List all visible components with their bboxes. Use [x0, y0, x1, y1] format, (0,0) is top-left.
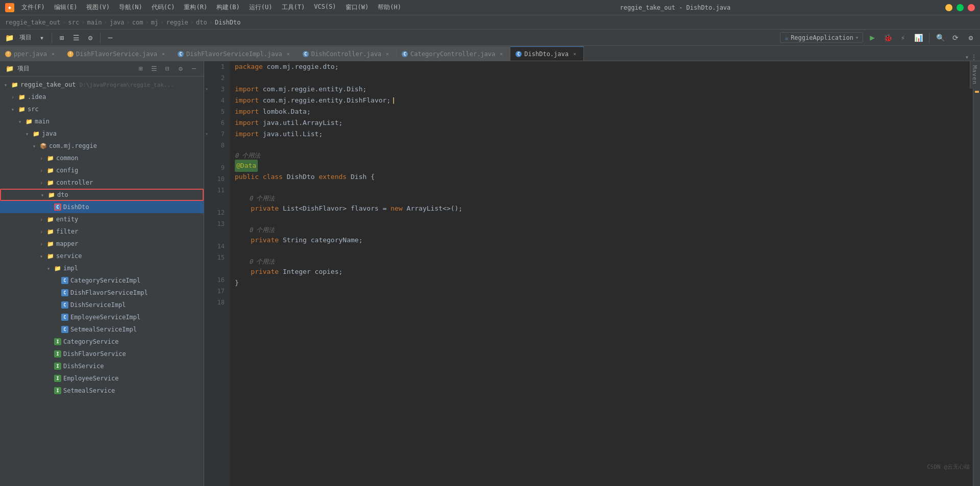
more-options-button[interactable]: ⚙	[84, 32, 96, 44]
tree-main[interactable]: ▾ 📁 main	[0, 115, 204, 127]
breadcrumb-root[interactable]: reggie_take_out	[5, 19, 60, 26]
main-layout: 📁 项目 ⊞ ☰ ⊟ ⚙ ─ ▾ 📁 reggie_take_out D:\ja…	[0, 61, 980, 486]
minimize-panel-button[interactable]: ─	[188, 63, 200, 74]
coverage-button[interactable]: ⚡	[897, 32, 909, 44]
filter-button[interactable]: ⊟	[162, 63, 173, 74]
tree-src[interactable]: ▾ 📁 src	[0, 103, 204, 115]
tree-dishserviceimpl[interactable]: › C DishServiceImpl	[0, 299, 204, 311]
com-chevron-icon: ▾	[31, 142, 38, 149]
tab-close-dishflavorservice[interactable]: ✕	[160, 50, 167, 58]
fold-icon-3[interactable]: ▾	[205, 84, 208, 95]
tree-filter[interactable]: › 📁 filter	[0, 225, 204, 238]
tree-dishservice[interactable]: › I DishService	[0, 360, 204, 372]
close-panel-button[interactable]: ─	[104, 32, 116, 44]
breadcrumb-java[interactable]: java	[110, 19, 125, 26]
tree-employeeserviceimpl[interactable]: › C EmployeeServiceImpl	[0, 311, 204, 323]
breadcrumb-dto[interactable]: dto	[196, 19, 207, 26]
menu-file[interactable]: 文件(F)	[17, 2, 49, 13]
tree-service[interactable]: ▾ 📁 service	[0, 250, 204, 262]
tree-com-mj-reggie[interactable]: ▾ 📦 com.mj.reggie	[0, 140, 204, 152]
menu-view[interactable]: 视图(V)	[82, 2, 114, 13]
tab-dishflavorservice[interactable]: ! DishFlavorService.java ✕	[62, 46, 173, 61]
tree-categoryservice[interactable]: › I CategoryService	[0, 336, 204, 348]
expand-all-button[interactable]: ⊞	[56, 32, 68, 44]
tree-dishflavorserviceimpl[interactable]: › C DishFlavorServiceImpl	[0, 287, 204, 299]
dishflavorservice-icon: I	[54, 350, 62, 358]
menu-help[interactable]: 帮助(H)	[374, 2, 405, 13]
tree-employeeservice[interactable]: › I EmployeeService	[0, 372, 204, 385]
tab-icon-pper: !	[5, 51, 11, 57]
breadcrumb-dishdto[interactable]: DishDto	[215, 19, 241, 26]
tree-categoryserviceimpl[interactable]: › C CategoryServiceImpl	[0, 274, 204, 287]
tree-dishflavorservice[interactable]: › I DishFlavorService	[0, 348, 204, 360]
close-button[interactable]: ✕	[968, 4, 975, 11]
menu-navigate[interactable]: 导航(N)	[115, 2, 146, 13]
tab-pper[interactable]: ! pper.java ✕	[0, 46, 62, 61]
maven-tab[interactable]: Maven	[970, 61, 980, 89]
tree-controller[interactable]: › 📁 controller	[0, 176, 204, 189]
tree-mapper[interactable]: › 📁 mapper	[0, 238, 204, 250]
menu-code[interactable]: 代码(C)	[148, 2, 179, 13]
tabs-more-icon[interactable]: ⋮	[971, 54, 977, 61]
tab-categorycontroller[interactable]: C CategoryController.java ✕	[397, 46, 510, 61]
tab-close-dishflavorserviceimpl[interactable]: ✕	[285, 50, 292, 58]
tree-root[interactable]: ▾ 📁 reggie_take_out D:\javaProgram\reggi…	[0, 79, 204, 91]
tree-setmealserviceimpl[interactable]: › C SetmealServiceImpl	[0, 323, 204, 336]
tab-dishflavorserviceimpl[interactable]: C DishFlavorServiceImpl.java ✕	[173, 46, 298, 61]
tree-setmealservice[interactable]: › I SetmealService	[0, 385, 204, 397]
debug-button[interactable]: 🐞	[881, 32, 894, 44]
breadcrumb-src[interactable]: src	[68, 19, 80, 26]
file-tree: ▾ 📁 reggie_take_out D:\javaProgram\reggi…	[0, 76, 204, 486]
com-folder-icon: 📦	[39, 142, 47, 150]
dropdown-icon[interactable]: ▾	[36, 32, 48, 44]
menu-window[interactable]: 窗口(W)	[341, 2, 373, 13]
search-button[interactable]: 🔍	[934, 32, 946, 44]
root-chevron-icon: ▾	[2, 81, 9, 88]
tree-dto[interactable]: ▾ 📁 dto	[0, 189, 204, 201]
gear-button[interactable]: ⚙	[175, 63, 186, 74]
tab-close-pper[interactable]: ✕	[50, 50, 57, 58]
tree-common[interactable]: › 📁 common	[0, 152, 204, 164]
src-chevron-icon: ▾	[9, 106, 16, 113]
profile-button[interactable]: 📊	[912, 32, 924, 44]
breadcrumb-reggie[interactable]: reggie	[166, 19, 188, 26]
employeeserviceimpl-icon: C	[61, 313, 69, 321]
setmealserviceimpl-icon: C	[61, 325, 69, 334]
tabs-dropdown-icon[interactable]: ▾	[965, 54, 969, 61]
tabs-end-controls[interactable]: ▾ ⋮	[962, 54, 980, 61]
tab-close-dishcontroller[interactable]: ✕	[384, 50, 391, 58]
tab-close-categorycontroller[interactable]: ✕	[498, 50, 505, 58]
tab-dishcontroller[interactable]: C DishController.java ✕	[298, 46, 397, 61]
tree-idea[interactable]: › 📁 .idea	[0, 91, 204, 103]
warning-stripe	[975, 91, 979, 93]
collapse-all-button[interactable]: ☰	[70, 32, 82, 44]
run-button[interactable]: ▶	[866, 32, 878, 44]
tree-config[interactable]: › 📁 config	[0, 164, 204, 176]
menu-edit[interactable]: 编辑(E)	[50, 2, 82, 13]
menu-build[interactable]: 构建(B)	[212, 2, 244, 13]
tab-close-dishdto[interactable]: ✕	[571, 50, 578, 58]
fold-icon-7[interactable]: ▾	[205, 129, 208, 140]
breadcrumb-main[interactable]: main	[87, 19, 102, 26]
menu-vcs[interactable]: VCS(S)	[310, 2, 340, 13]
minimize-button[interactable]: ─	[945, 4, 952, 11]
settings-button[interactable]: ⚙	[965, 32, 977, 44]
run-config-dropdown-icon[interactable]: ▾	[855, 35, 859, 40]
code-meta-9: 0 个用法	[235, 151, 968, 160]
tab-dishdto[interactable]: C DishDto.java ✕	[510, 46, 584, 61]
expand-button[interactable]: ⊞	[135, 63, 146, 74]
tree-java[interactable]: ▾ 📁 java	[0, 127, 204, 140]
tree-entity[interactable]: › 📁 entity	[0, 213, 204, 225]
breadcrumb-com[interactable]: com	[132, 19, 143, 26]
code-meta-12: 0 个用法	[235, 194, 968, 203]
update-button[interactable]: ⟳	[949, 32, 962, 44]
tree-impl[interactable]: ▾ 📁 impl	[0, 262, 204, 274]
code-content[interactable]: package com.mj.reggie.dto; import com.mj…	[230, 61, 973, 486]
breadcrumb-mj[interactable]: mj	[151, 19, 158, 26]
align-button[interactable]: ☰	[149, 63, 160, 74]
menu-run[interactable]: 运行(U)	[245, 2, 277, 13]
menu-tools[interactable]: 工具(T)	[278, 2, 309, 13]
maximize-button[interactable]: □	[957, 4, 964, 11]
menu-refactor[interactable]: 重构(R)	[180, 2, 211, 13]
tree-dishdto[interactable]: › C DishDto	[0, 201, 204, 213]
